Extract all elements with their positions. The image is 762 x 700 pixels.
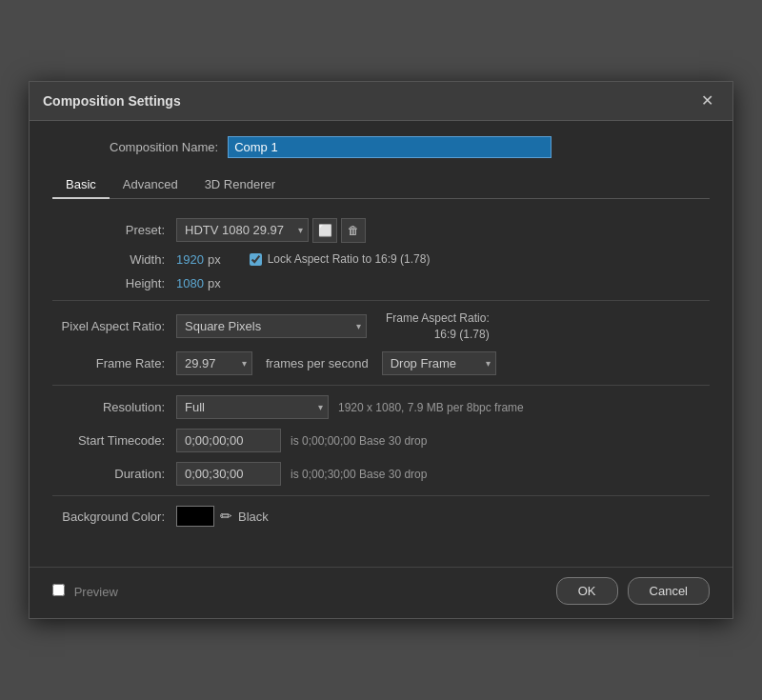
- height-value[interactable]: 1080: [176, 276, 204, 290]
- dialog-footer: Preview OK Cancel: [30, 567, 732, 618]
- start-timecode-input[interactable]: [176, 429, 281, 452]
- pixel-aspect-select[interactable]: Square Pixels D1/DV NTSC D1/DV PAL: [176, 314, 367, 338]
- save-preset-icon: ⬜: [318, 224, 332, 237]
- preset-select-wrapper: HDTV 1080 29.97 HDTV 720 29.97 Custom ▾: [176, 218, 309, 242]
- tabs-bar: Basic Advanced 3D Renderer: [52, 171, 710, 199]
- pixel-aspect-label: Pixel Aspect Ratio:: [52, 319, 176, 333]
- comp-name-row: Composition Name:: [52, 136, 710, 158]
- frame-rate-row: Frame Rate: 29.97 24 25 30 ▾ frames per …: [52, 351, 710, 375]
- resolution-info: 1920 x 1080, 7.9 MB per 8bpc frame: [338, 401, 524, 414]
- basic-tab-content: Preset: HDTV 1080 29.97 HDTV 720 29.97 C…: [52, 212, 710, 543]
- preview-checkbox[interactable]: [52, 584, 65, 596]
- height-row: Height: 1080 px: [52, 276, 710, 290]
- resolution-select-wrapper: Full Half Third Quarter Custom ▾: [176, 395, 329, 419]
- resolution-select[interactable]: Full Half Third Quarter Custom: [176, 395, 329, 419]
- start-timecode-label: Start Timecode:: [52, 433, 176, 448]
- dialog-title: Composition Settings: [43, 93, 181, 109]
- footer-buttons: OK Cancel: [556, 577, 710, 605]
- preset-delete-button[interactable]: 🗑: [341, 218, 366, 243]
- preset-label: Preset:: [52, 223, 176, 237]
- lock-aspect-label: Lock Aspect Ratio to 16:9 (1.78): [268, 252, 431, 266]
- preview-row: Preview: [52, 584, 118, 599]
- ok-button[interactable]: OK: [556, 577, 618, 605]
- frame-rate-select[interactable]: 29.97 24 25 30: [176, 351, 252, 375]
- dialog-content: Composition Name: Basic Advanced 3D Rend…: [30, 121, 732, 558]
- width-label: Width:: [52, 252, 176, 267]
- start-timecode-info: is 0;00;00;00 Base 30 drop: [291, 434, 427, 448]
- preset-save-button[interactable]: ⬜: [312, 218, 337, 243]
- comp-name-label: Composition Name:: [110, 140, 218, 154]
- width-row: Width: 1920 px Lock Aspect Ratio to 16:9…: [52, 252, 710, 267]
- pixel-aspect-row: Pixel Aspect Ratio: Square Pixels D1/DV …: [52, 310, 710, 343]
- tab-3d-renderer[interactable]: 3D Renderer: [191, 171, 289, 198]
- resolution-row: Resolution: Full Half Third Quarter Cust…: [52, 395, 710, 419]
- preset-select[interactable]: HDTV 1080 29.97 HDTV 720 29.97 Custom: [176, 218, 309, 242]
- width-value[interactable]: 1920: [176, 252, 204, 267]
- drop-frame-select[interactable]: Drop Frame Non Drop Frame: [382, 351, 496, 375]
- height-label: Height:: [52, 276, 176, 290]
- preview-label: Preview: [74, 585, 118, 599]
- duration-input[interactable]: [176, 462, 281, 486]
- drop-frame-wrapper: Drop Frame Non Drop Frame ▾: [382, 351, 496, 375]
- preview-checkbox-label[interactable]: Preview: [52, 584, 118, 599]
- lock-aspect-checkbox[interactable]: [250, 253, 262, 266]
- tab-advanced[interactable]: Advanced: [110, 171, 191, 198]
- divider-3: [52, 495, 710, 496]
- frame-rate-unit: frames per second: [266, 356, 369, 370]
- duration-info: is 0;00;30;00 Base 30 drop: [291, 468, 427, 481]
- width-unit: px: [208, 252, 221, 267]
- eyedropper-button[interactable]: ✏: [220, 508, 232, 525]
- cancel-button[interactable]: Cancel: [628, 577, 710, 605]
- bg-color-label: Background Color:: [52, 510, 176, 524]
- delete-preset-icon: 🗑: [348, 224, 359, 237]
- close-button[interactable]: ✕: [695, 91, 719, 110]
- bg-color-row: Background Color: ✏ Black: [52, 506, 710, 527]
- bg-color-name: Black: [238, 510, 269, 524]
- pixel-aspect-select-wrapper: Square Pixels D1/DV NTSC D1/DV PAL ▾: [176, 314, 367, 338]
- frame-rate-label: Frame Rate:: [52, 356, 176, 370]
- tab-basic[interactable]: Basic: [52, 171, 110, 199]
- title-bar: Composition Settings ✕: [30, 82, 732, 121]
- start-timecode-row: Start Timecode: is 0;00;00;00 Base 30 dr…: [52, 429, 710, 452]
- lock-aspect-row: Lock Aspect Ratio to 16:9 (1.78): [250, 252, 431, 266]
- height-unit: px: [208, 276, 221, 290]
- divider-2: [52, 385, 710, 386]
- frame-aspect-value: 16:9 (1.78): [434, 328, 490, 341]
- duration-row: Duration: is 0;00;30;00 Base 30 drop: [52, 462, 710, 486]
- frame-aspect-ratio-info: Frame Aspect Ratio: 16:9 (1.78): [386, 310, 490, 343]
- resolution-label: Resolution:: [52, 400, 176, 414]
- duration-label: Duration:: [52, 467, 176, 481]
- comp-name-input[interactable]: [228, 136, 551, 158]
- frame-rate-controls: 29.97 24 25 30 ▾ frames per second Drop …: [176, 351, 496, 375]
- composition-settings-dialog: Composition Settings ✕ Composition Name:…: [29, 81, 733, 620]
- frame-rate-value-wrapper: 29.97 24 25 30 ▾: [176, 351, 252, 375]
- frame-aspect-label: Frame Aspect Ratio:: [386, 311, 490, 325]
- bg-color-swatch[interactable]: [176, 506, 214, 527]
- preset-row: Preset: HDTV 1080 29.97 HDTV 720 29.97 C…: [52, 218, 710, 243]
- divider-1: [52, 300, 710, 301]
